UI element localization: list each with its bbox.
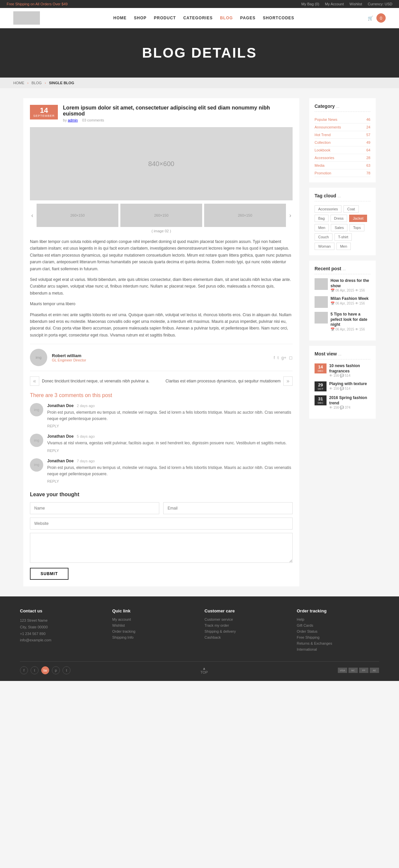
nav-product[interactable]: PRODUCT [154, 16, 176, 20]
tag-coat[interactable]: Coat [343, 205, 359, 213]
recent-item-3: 5 Tips to have a pefect look for date ni… [314, 312, 370, 331]
most-datebox-1: 14 DEC [314, 364, 327, 373]
reply-link-2[interactable]: REPLY [47, 448, 59, 453]
recent-title-2[interactable]: Milan Fashion Week [331, 296, 368, 302]
nav-shortcodes[interactable]: SHORTCODES [263, 16, 294, 20]
customer-shipping[interactable]: Shipping & delivery [204, 629, 287, 633]
breadcrumb-blog[interactable]: BLOG [32, 81, 42, 85]
prev-arrow-btn[interactable]: « [30, 376, 39, 386]
order-international[interactable]: International [297, 647, 379, 651]
recent-title-3[interactable]: 5 Tips to have a pefect look for date ni… [331, 312, 370, 328]
social-fb-icon[interactable]: f [20, 666, 28, 674]
cat-popular-news[interactable]: Popular News46 [314, 116, 370, 123]
website-input[interactable] [30, 518, 293, 529]
thumb-item-2[interactable]: 260×150 [120, 204, 202, 227]
footer-contact-title: Contact us [20, 609, 102, 613]
order-status[interactable]: Order Status [297, 629, 379, 633]
next-arrow-btn[interactable]: » [283, 376, 293, 386]
nav-shop[interactable]: SHOP [134, 16, 146, 20]
social-twitter-icon[interactable]: t [278, 355, 279, 360]
prev-post: « Donec tincidunt tincidunt neque, ut ve… [30, 376, 149, 386]
email-input[interactable] [163, 502, 293, 514]
reply-link-3[interactable]: REPLY [47, 479, 59, 483]
recent-item-1: How to dress for the show 📅 06 Apr, 2015… [314, 278, 370, 292]
footer-order-title: Order tracking [297, 609, 379, 613]
recent-title-1[interactable]: How to dress for the show [331, 278, 370, 288]
tag-bag[interactable]: Bag [314, 215, 329, 222]
submit-button[interactable]: SUBMIT [30, 568, 68, 580]
name-input[interactable] [30, 502, 159, 514]
quicklink-shipping[interactable]: Shipping Info [112, 636, 195, 639]
order-help[interactable]: Help [297, 617, 379, 621]
reply-link-1[interactable]: REPLY [47, 424, 59, 428]
quicklink-wishlist[interactable]: Wishlist [112, 623, 195, 627]
most-title-1[interactable]: 10 news fashion fragrances [329, 364, 370, 374]
most-title-2[interactable]: Playing with texture [329, 381, 367, 387]
back-to-top[interactable]: ▲ TOP [200, 666, 208, 674]
tag-tshirt[interactable]: T-shirt [334, 233, 352, 241]
tag-men1[interactable]: Men [314, 224, 329, 231]
customer-service[interactable]: Customer service [204, 617, 287, 621]
tag-couch[interactable]: Couch [314, 233, 333, 241]
cat-lookbook[interactable]: Lookbook64 [314, 147, 370, 154]
social-tw2-icon[interactable]: tw [41, 666, 49, 674]
wishlist-link[interactable]: Wishlist [350, 2, 362, 6]
social-gplus-icon[interactable]: g+ [281, 355, 286, 360]
tag-accessories[interactable]: Accessories [314, 205, 341, 213]
hero-title: BLOG DETAILS [7, 45, 392, 61]
social-pin-icon[interactable]: p [52, 666, 60, 674]
shipping-notice: Free Shipping on All Orders Over $49 [7, 2, 67, 6]
quicklink-myaccount[interactable]: My account [112, 617, 195, 621]
quicklink-order-tracking[interactable]: Order tracking [112, 629, 195, 633]
author-avatar: img [30, 349, 47, 366]
cat-hot-trend[interactable]: Hot Trend57 [314, 131, 370, 139]
most-title-3[interactable]: 2016 Spring fashion trend [329, 395, 370, 406]
most-day-3: 31 [317, 396, 325, 401]
recent-thumb-2 [314, 296, 328, 308]
social-instagram-icon[interactable]: ◻ [289, 355, 293, 360]
header: HOME SHOP PRODUCT CATEGORIES BLOG PAGES … [0, 8, 399, 28]
post-author-link[interactable]: admin [68, 118, 78, 122]
cat-accessories[interactable]: Accessories28 [314, 154, 370, 162]
social-facebook-icon[interactable]: f [274, 355, 275, 360]
customer-cashback[interactable]: Cashback [204, 636, 287, 639]
comment-date-3: 7 days ago [77, 459, 95, 463]
social-tm-icon[interactable]: t [63, 666, 70, 674]
cat-promotion[interactable]: Promotion78 [314, 169, 370, 177]
myaccount-link[interactable]: My Account [325, 2, 344, 6]
top-arrow: ▲ [202, 666, 206, 670]
tag-woman[interactable]: Woman [314, 243, 334, 250]
tag-jacket[interactable]: Jacket [349, 215, 367, 222]
comment-body-area-1: Jonathan Doe 2 days ago Proin est purus,… [47, 403, 293, 428]
thumb-item-1[interactable]: 260×150 [37, 204, 119, 227]
tag-tops[interactable]: Tops [350, 224, 364, 231]
tag-dress[interactable]: Dress [331, 215, 347, 222]
currency-link[interactable]: Currency: USD [368, 2, 392, 6]
nav-home[interactable]: HOME [113, 16, 127, 20]
leave-comment-section: Leave your thought SUBMIT [30, 492, 293, 580]
order-returns[interactable]: Returns & Exchanges [297, 641, 379, 645]
mybag-link[interactable]: My Bag (0) [301, 2, 319, 6]
thumb-item-3[interactable]: 260×150 [204, 204, 286, 227]
nav-blog[interactable]: BLOG [220, 16, 233, 20]
cat-media[interactable]: Media63 [314, 162, 370, 169]
social-tw1-icon[interactable]: t [31, 666, 39, 674]
cat-announcements[interactable]: Announcements24 [314, 123, 370, 131]
cart-count-button[interactable]: 0 [376, 13, 386, 23]
order-freeshipping[interactable]: Free Shipping [297, 636, 379, 639]
tag-sales[interactable]: Sales [331, 224, 347, 231]
logo-area [13, 11, 40, 25]
thumb-prev-arrow[interactable]: ‹ [30, 212, 35, 219]
order-giftcards[interactable]: Gift Cards [297, 623, 379, 627]
breadcrumb-current: SINGLE BLOG [49, 81, 74, 85]
nav-categories[interactable]: CATEGORIES [183, 16, 212, 20]
recent-info-1: How to dress for the show 📅 06 Apr, 2015… [331, 278, 370, 292]
comment-textarea[interactable] [30, 533, 293, 563]
thumb-next-arrow[interactable]: › [288, 212, 293, 219]
customer-track[interactable]: Track my order [204, 623, 287, 627]
tag-men2[interactable]: Men [336, 243, 351, 250]
nav-pages[interactable]: PAGES [240, 16, 255, 20]
breadcrumb-home[interactable]: HOME [13, 81, 24, 85]
cat-collection[interactable]: Collection49 [314, 139, 370, 147]
sidebar: Category ... Popular News46 Announcement… [309, 98, 376, 586]
